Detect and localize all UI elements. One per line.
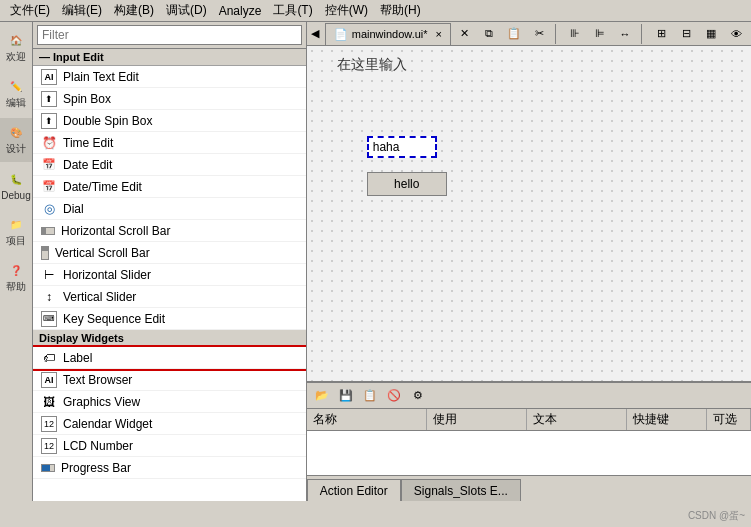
menu-analyze[interactable]: Analyze xyxy=(213,2,268,20)
widget-item-label[interactable]: 🏷 Label xyxy=(33,347,306,369)
design-canvas[interactable]: 在这里输入 haha hello xyxy=(307,46,751,381)
label-icon: 🏷 xyxy=(41,350,57,366)
toolbar-cut-btn[interactable]: ✂ xyxy=(528,24,550,44)
widget-item-spin-box[interactable]: ⬆ Spin Box xyxy=(33,88,306,110)
widget-item-date-edit[interactable]: 📅 Date Edit xyxy=(33,154,306,176)
widget-item-h-scroll[interactable]: Horizontal Scroll Bar xyxy=(33,220,306,242)
h-slider-icon: ⊢ xyxy=(41,267,57,283)
bottom-section: 📂 💾 📋 🚫 ⚙ 名称 使用 文本 快捷键 可选 Action Editor … xyxy=(307,381,751,501)
menu-tools[interactable]: 工具(T) xyxy=(267,0,318,21)
toolbar-close-btn[interactable]: ✕ xyxy=(453,24,475,44)
tab-signals-slots[interactable]: Signals_Slots E... xyxy=(401,479,521,501)
tab-arrow-icon: ◀ xyxy=(311,27,319,40)
menu-widgets[interactable]: 控件(W) xyxy=(319,0,374,21)
widget-item-datetime-edit[interactable]: 📅 Date/Time Edit xyxy=(33,176,306,198)
dial-icon: ◎ xyxy=(41,201,57,217)
toolbar-h-expand[interactable]: ↔ xyxy=(614,24,636,44)
canvas-input-widget[interactable]: haha xyxy=(367,136,437,158)
sidebar-item-project[interactable]: 📁 项目 xyxy=(0,210,32,254)
widget-item-time-edit[interactable]: ⏰ Time Edit xyxy=(33,132,306,154)
bottom-tabs: Action Editor Signals_Slots E... xyxy=(307,475,751,501)
toolbar-grid3[interactable]: ▦ xyxy=(700,24,722,44)
widget-item-plain-text-edit[interactable]: AI Plain Text Edit xyxy=(33,66,306,88)
menu-edit[interactable]: 编辑(E) xyxy=(56,0,108,21)
bottom-table-header: 名称 使用 文本 快捷键 可选 xyxy=(307,409,751,431)
time-edit-icon: ⏰ xyxy=(41,135,57,151)
close-icon[interactable]: × xyxy=(436,28,442,40)
h-scroll-icon xyxy=(41,227,55,235)
widget-item-dial[interactable]: ◎ Dial xyxy=(33,198,306,220)
widget-item-h-slider[interactable]: ⊢ Horizontal Slider xyxy=(33,264,306,286)
col-use: 使用 xyxy=(427,409,527,430)
datetime-edit-icon: 📅 xyxy=(41,179,57,195)
toolbar-copy-btn[interactable]: ⧉ xyxy=(478,24,500,44)
col-shortcut: 快捷键 xyxy=(627,409,707,430)
bottom-toolbar-copy[interactable]: 📋 xyxy=(359,386,381,406)
help-icon: ❓ xyxy=(8,262,24,278)
menu-help[interactable]: 帮助(H) xyxy=(374,0,427,21)
toolbar-grid2[interactable]: ⊟ xyxy=(675,24,697,44)
widget-item-calendar[interactable]: 12 Calendar Widget xyxy=(33,413,306,435)
corner-watermark: CSDN @蛋~ xyxy=(688,509,745,523)
design-tab-bar: ◀ 📄 mainwindow.ui* × ✕ ⧉ 📋 ✂ ⊪ ⊫ ↔ ⊞ ⊟ ▦ xyxy=(307,22,751,46)
filter-bar xyxy=(33,22,306,49)
bottom-toolbar-open[interactable]: 📂 xyxy=(311,386,333,406)
widget-item-graphics-view[interactable]: 🖼 Graphics View xyxy=(33,391,306,413)
widget-item-double-spin-box[interactable]: ⬆ Double Spin Box xyxy=(33,110,306,132)
plain-text-edit-icon: AI xyxy=(41,69,57,85)
menu-build[interactable]: 构建(B) xyxy=(108,0,160,21)
toolbar-sep1 xyxy=(555,24,559,44)
calendar-icon: 12 xyxy=(41,416,57,432)
col-name: 名称 xyxy=(307,409,427,430)
menu-file[interactable]: 文件(E) xyxy=(4,0,56,21)
spin-box-icon: ⬆ xyxy=(41,91,57,107)
toolbar-view[interactable]: 👁 xyxy=(725,24,747,44)
welcome-icon: 🏠 xyxy=(8,32,24,48)
widget-item-lcd-number[interactable]: 12 LCD Number xyxy=(33,435,306,457)
bottom-table-body xyxy=(307,431,751,475)
project-icon: 📁 xyxy=(8,216,24,232)
sidebar-item-welcome[interactable]: 🏠 欢迎 xyxy=(0,26,32,70)
filter-input[interactable] xyxy=(37,25,302,45)
canvas-button-widget[interactable]: hello xyxy=(367,172,447,196)
design-tab-main[interactable]: 📄 mainwindow.ui* × xyxy=(325,23,451,45)
tab-action-editor[interactable]: Action Editor xyxy=(307,479,401,501)
toolbar-paste-btn[interactable]: 📋 xyxy=(503,24,525,44)
toolbar-align-right[interactable]: ⊫ xyxy=(589,24,611,44)
bottom-toolbar-delete[interactable]: 🚫 xyxy=(383,386,405,406)
sidebar-item-design[interactable]: 🎨 设计 xyxy=(0,118,32,162)
file-icon: 📄 xyxy=(334,28,348,41)
edit-icon: ✏️ xyxy=(8,78,24,94)
main-layout: 🏠 欢迎 ✏️ 编辑 🎨 设计 🐛 Debug 📁 项目 ❓ 帮助 xyxy=(0,22,751,501)
sidebar-item-help[interactable]: ❓ 帮助 xyxy=(0,256,32,300)
double-spin-box-icon: ⬆ xyxy=(41,113,57,129)
col-text: 文本 xyxy=(527,409,627,430)
widget-item-progress-bar[interactable]: Progress Bar xyxy=(33,457,306,479)
toolbar-grid1[interactable]: ⊞ xyxy=(650,24,672,44)
v-slider-icon: ↕ xyxy=(41,289,57,305)
sidebar-item-debug[interactable]: 🐛 Debug xyxy=(0,164,32,208)
bottom-toolbar-save[interactable]: 💾 xyxy=(335,386,357,406)
category-display-widgets[interactable]: Display Widgets xyxy=(33,330,306,347)
menu-debug[interactable]: 调试(D) xyxy=(160,0,213,21)
date-edit-icon: 📅 xyxy=(41,157,57,173)
widget-item-text-browser[interactable]: AI Text Browser xyxy=(33,369,306,391)
text-browser-icon: AI xyxy=(41,372,57,388)
graphics-view-icon: 🖼 xyxy=(41,394,57,410)
widget-item-v-slider[interactable]: ↕ Vertical Slider xyxy=(33,286,306,308)
col-selectable: 可选 xyxy=(707,409,751,430)
toolbar-sep2 xyxy=(641,24,645,44)
menubar: 文件(E) 编辑(E) 构建(B) 调试(D) Analyze 工具(T) 控件… xyxy=(0,0,751,22)
sidebar: 🏠 欢迎 ✏️ 编辑 🎨 设计 🐛 Debug 📁 项目 ❓ 帮助 xyxy=(0,22,33,501)
toolbar-align-left[interactable]: ⊪ xyxy=(564,24,586,44)
design-icon: 🎨 xyxy=(8,124,24,140)
widget-panel: — Input Edit AI Plain Text Edit ⬆ Spin B… xyxy=(33,22,307,501)
bottom-toolbar-settings[interactable]: ⚙ xyxy=(407,386,429,406)
sidebar-item-edit[interactable]: ✏️ 编辑 xyxy=(0,72,32,116)
widget-item-key-sequence[interactable]: ⌨ Key Sequence Edit xyxy=(33,308,306,330)
lcd-number-icon: 12 xyxy=(41,438,57,454)
widget-item-v-scroll[interactable]: Vertical Scroll Bar xyxy=(33,242,306,264)
canvas-title: 在这里输入 xyxy=(337,56,407,74)
bottom-toolbar: 📂 💾 📋 🚫 ⚙ xyxy=(307,383,751,409)
category-input-edit[interactable]: — Input Edit xyxy=(33,49,306,66)
